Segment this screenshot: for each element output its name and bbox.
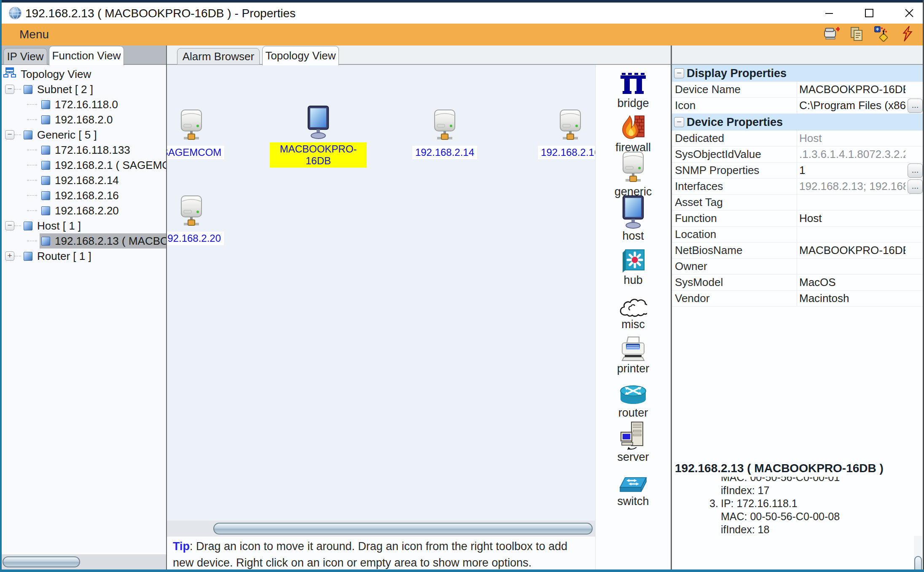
property-row-snmp-properties[interactable]: SNMP Properties1... <box>672 163 924 179</box>
add-device-icon <box>823 26 840 43</box>
property-row-owner[interactable]: Owner <box>672 259 924 275</box>
collapse-toggle-icon[interactable]: − <box>5 85 14 94</box>
tree-item-192.168.2.0[interactable]: 192.168.2.0 <box>0 112 166 127</box>
ellipsis-button[interactable]: ... <box>908 163 923 178</box>
toolbox-item-switch[interactable]: switch <box>596 465 671 509</box>
generic-icon <box>620 155 647 185</box>
property-row-sysobjectidvalue[interactable]: SysObjectIdValue.1.3.6.1.4.1.8072.3.2.25… <box>672 147 924 163</box>
host-device-icon <box>270 105 367 142</box>
tree-item-192.168.2.1sagemcom[interactable]: 192.168.2.1 ( SAGEMCOM <box>0 158 166 173</box>
toolbox-item-hub[interactable]: hub <box>596 243 671 288</box>
device-192.168.2.16[interactable]: 192.168.2.16 <box>522 109 595 159</box>
device-macbookpro-16db[interactable]: MACBOOKPRO-16DB <box>270 105 367 168</box>
toolbox-item-router[interactable]: router <box>596 376 671 420</box>
tree-item-label: 192.168.2.16 <box>55 189 119 202</box>
tree-item-192.168.2.20[interactable]: 192.168.2.20 <box>0 203 166 218</box>
toolbox-item-generic[interactable]: generic <box>596 155 671 199</box>
discovery-button[interactable] <box>873 26 891 43</box>
canvas-hscroll-thumb[interactable] <box>213 523 593 535</box>
column-divider <box>797 195 797 210</box>
tree-item-192.168.2.14[interactable]: 192.168.2.14 <box>0 173 166 188</box>
lightning-button[interactable] <box>898 26 916 43</box>
toolbox-item-label: switch <box>617 495 649 508</box>
tree-group-label: Subnet [ 2 ] <box>37 83 93 96</box>
tree-connector <box>27 165 37 166</box>
tip-text: Tip: Drag an icon to move it around. Dra… <box>173 538 569 571</box>
tree-hscroll-thumb[interactable] <box>3 556 80 567</box>
lightning-icon <box>901 26 913 43</box>
tree-horizontal-scrollbar[interactable] <box>0 554 166 569</box>
menu-button[interactable]: Menu <box>19 28 49 41</box>
toolbox-item-printer[interactable]: printer <box>596 332 671 376</box>
property-row-device-name[interactable]: Device NameMACBOOKPRO-16DB <box>672 82 924 98</box>
property-row-icon[interactable]: IconC:\Program Files (x86)...... <box>672 98 924 114</box>
tree-group-generic[interactable]: −Generic [ 5 ] <box>0 127 166 142</box>
property-row-location[interactable]: Location <box>672 227 924 243</box>
property-row-netbiosname[interactable]: NetBiosNameMACBOOKPRO-16DB <box>672 243 924 259</box>
toolbox-item-firewall[interactable]: firewall <box>596 111 671 155</box>
tree-group-subnet[interactable]: −Subnet [ 2 ] <box>0 82 166 97</box>
generic-device-icon <box>167 195 240 231</box>
details-vertical-scrollbar[interactable] <box>914 536 922 569</box>
tree-item-192.168.2.16[interactable]: 192.168.2.16 <box>0 188 166 203</box>
property-value: .1.3.6.1.4.1.8072.3.2.255 <box>799 148 905 161</box>
toolbox-item-server[interactable]: server <box>596 420 671 465</box>
tab-function-view[interactable]: Function View <box>49 46 124 65</box>
toolbox-item-label: server <box>617 451 649 464</box>
interface-detail-text: MAC: 00-50-56-C0-00-01 <box>721 477 840 484</box>
tab-topology-view[interactable]: Topology View <box>262 46 339 65</box>
switch-icon <box>618 465 648 495</box>
device-192.168.2.14[interactable]: 192.168.2.14 <box>396 109 493 159</box>
add-device-button[interactable] <box>822 26 841 43</box>
toolbox-item-host[interactable]: host <box>596 199 671 243</box>
close-button[interactable] <box>897 3 922 23</box>
collapse-toggle-icon[interactable]: − <box>5 130 14 139</box>
interface-list[interactable]: MAC: 00-50-56-C0-00-01ifIndex: 173.IP: 1… <box>672 477 908 540</box>
toolbox-item-bridge[interactable]: bridge <box>596 67 671 111</box>
property-row-vendor[interactable]: VendorMacintosh <box>672 291 924 307</box>
property-group-display-properties: −Display Properties <box>672 65 924 82</box>
tab-alarm-browser[interactable]: Alarm Browser <box>177 48 260 65</box>
property-row-sysmodel[interactable]: SysModelMacOS <box>672 275 924 291</box>
tree-group-label: Generic [ 5 ] <box>37 128 97 142</box>
device-192.168.2.20[interactable]: 192.168.2.20 <box>167 195 240 245</box>
ellipsis-button[interactable]: ... <box>908 99 923 113</box>
copy-button[interactable] <box>847 26 866 43</box>
maximize-button[interactable] <box>857 3 882 23</box>
toolbox-item-label: host <box>622 230 644 243</box>
device-details-title: 192.168.2.13 ( MACBOOKPRO-16DB ) <box>675 462 884 475</box>
toolbox-item-misc[interactable]: misc <box>596 288 671 332</box>
firewall-icon <box>620 111 647 141</box>
tree-root-topology-view[interactable]: Topology View <box>0 67 166 82</box>
collapse-icon[interactable]: − <box>674 68 684 78</box>
property-label: SysObjectIdValue <box>675 148 761 161</box>
tree-item-172.16.118.0[interactable]: 172.16.118.0 <box>0 97 166 112</box>
property-row-asset-tag[interactable]: Asset Tag <box>672 195 924 211</box>
tree-item-192.168.2.13macbook[interactable]: 192.168.2.13 ( MACBOOK <box>0 233 166 249</box>
tree-group-label: Router [ 1 ] <box>37 250 91 263</box>
tab-ip-view[interactable]: IP View <box>3 48 47 65</box>
collapse-icon[interactable]: − <box>674 117 684 127</box>
property-label: Function <box>675 212 717 225</box>
canvas-horizontal-scrollbar[interactable] <box>167 521 595 537</box>
tree-item-172.16.118.133[interactable]: 172.16.118.133 <box>0 142 166 158</box>
property-value: Host <box>799 132 905 145</box>
collapse-toggle-icon[interactable]: − <box>5 221 14 230</box>
details-vscroll-thumb[interactable] <box>914 556 922 569</box>
left-panel-splitter[interactable] <box>166 45 167 572</box>
expand-toggle-icon[interactable]: + <box>5 251 14 261</box>
right-panel-splitter[interactable] <box>671 45 672 572</box>
tree-group-host[interactable]: −Host [ 1 ] <box>0 218 166 233</box>
property-row-interfaces[interactable]: Interfaces192.168.2.13; 192.168...... <box>672 179 924 195</box>
device-label: SAGEMCOM <box>167 146 224 159</box>
tree-group-router[interactable]: +Router [ 1 ] <box>0 249 166 264</box>
column-divider <box>797 163 797 178</box>
property-row-function[interactable]: FunctionHost <box>672 211 924 227</box>
device-sagemcom[interactable]: SAGEMCOM <box>167 109 240 159</box>
topology-canvas[interactable]: SAGEMCOM MACBOOKPRO-16DB 192.168.2.14 19… <box>167 65 595 521</box>
property-row-dedicated[interactable]: DedicatedHost <box>672 131 924 147</box>
ellipsis-button[interactable]: ... <box>908 179 923 194</box>
window-border-top <box>0 0 924 3</box>
router-icon <box>619 376 647 406</box>
minimize-button[interactable] <box>817 3 842 23</box>
